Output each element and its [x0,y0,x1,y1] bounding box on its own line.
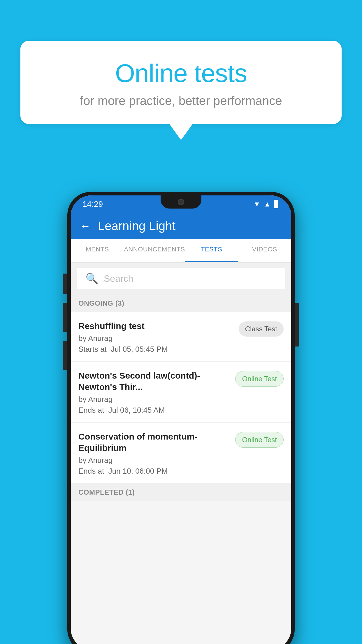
ongoing-section-header: ONGOING (3) [71,295,291,312]
tab-videos[interactable]: VIDEOS [238,239,291,262]
test-author-3: by Anurag [78,456,231,465]
test-item[interactable]: Reshuffling test by Anurag Starts at Jul… [71,312,291,362]
test-badge-2: Online Test [235,371,284,387]
search-container: 🔍 Search [71,262,291,295]
battery-icon: ▊ [274,200,280,208]
test-list: Reshuffling test by Anurag Starts at Jul… [71,312,291,484]
status-bar: 14:29 ▼ ▲ ▊ [71,195,291,213]
test-item-2[interactable]: Newton's Second law(contd)-Newton's Thir… [71,362,291,423]
tab-tests[interactable]: TESTS [185,239,238,262]
test-name-2: Newton's Second law(contd)-Newton's Thir… [78,370,231,393]
app-bar: ← Learning Light [71,213,291,239]
status-time: 14:29 [82,200,103,209]
test-info-3: Conservation of momentum-Equilibrium by … [78,431,231,476]
signal-icon: ▲ [264,200,271,208]
test-badge-1: Class Test [239,321,284,337]
tab-announcements[interactable]: ANNOUNCEMENTS [124,239,185,262]
test-badge-3: Online Test [235,432,284,448]
app-title: Learning Light [98,219,175,233]
test-author-2: by Anurag [78,395,231,404]
speech-bubble-container: Online tests for more practice, better p… [20,41,342,140]
wifi-icon: ▼ [253,200,260,208]
test-item-3[interactable]: Conservation of momentum-Equilibrium by … [71,423,291,484]
test-date-1: Starts at Jul 05, 05:45 PM [78,345,234,354]
tab-ments[interactable]: MENTS [71,239,124,262]
tabs-container: MENTS ANNOUNCEMENTS TESTS VIDEOS [71,239,291,262]
test-name-1: Reshuffling test [78,320,234,332]
test-name-3: Conservation of momentum-Equilibrium [78,431,231,454]
back-button[interactable]: ← [80,220,91,232]
search-icon: 🔍 [85,272,99,285]
speech-bubble-subtitle: for more practice, better performance [44,94,318,108]
phone-frame: 14:29 ▼ ▲ ▊ ← Learning Light MENTS ANNOU… [67,192,295,644]
test-author-1: by Anurag [78,334,234,343]
speech-bubble-arrow [169,124,193,140]
test-date-3: Ends at Jun 10, 06:00 PM [78,467,231,476]
search-input[interactable]: 🔍 Search [77,268,285,289]
test-date-2: Ends at Jul 06, 10:45 AM [78,406,231,415]
test-info-1: Reshuffling test by Anurag Starts at Jul… [78,320,234,354]
speech-bubble-title: Online tests [44,58,318,88]
camera [178,199,184,205]
speech-bubble: Online tests for more practice, better p… [20,41,342,124]
test-info-2: Newton's Second law(contd)-Newton's Thir… [78,370,231,415]
power-button[interactable] [295,303,299,346]
volume-up-button[interactable] [63,274,67,294]
search-placeholder-text: Search [104,273,133,284]
volume-down-button-2[interactable] [63,341,67,370]
notch [161,195,201,209]
volume-down-button[interactable] [63,303,67,332]
status-icons: ▼ ▲ ▊ [253,200,280,208]
phone-screen: 14:29 ▼ ▲ ▊ ← Learning Light MENTS ANNOU… [71,195,291,644]
completed-section-header: COMPLETED (1) [71,484,291,501]
